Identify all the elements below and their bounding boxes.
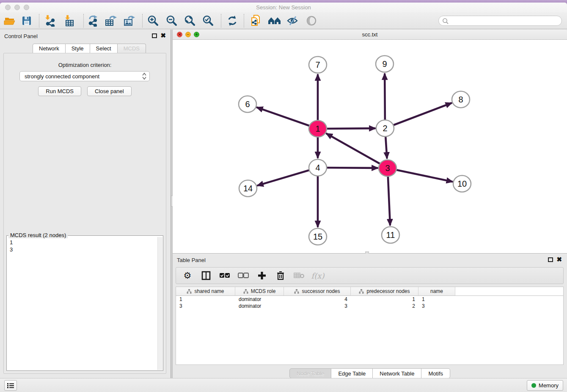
table-cell[interactable]: 3 xyxy=(284,303,351,309)
network-window-title: scc.txt xyxy=(173,31,567,38)
select-all-button[interactable] xyxy=(218,269,231,282)
column-header-label: MCDS role xyxy=(251,288,276,294)
search-input[interactable] xyxy=(451,17,561,25)
table-cell[interactable]: dominator xyxy=(235,296,284,303)
graph-node-label-3: 3 xyxy=(385,163,390,173)
table-float-icon[interactable] xyxy=(548,257,553,262)
session-window: Session: New Session xyxy=(0,3,567,392)
table-cell[interactable]: 3 xyxy=(418,303,455,309)
network-view-window: ✕ − + scc.txt 7968124314101511 xyxy=(173,30,567,254)
show-all-button[interactable] xyxy=(303,14,319,28)
tab-select[interactable]: Select xyxy=(90,44,118,53)
tab-motifs[interactable]: Motifs xyxy=(421,368,450,378)
zoom-out-button[interactable] xyxy=(164,14,180,28)
first-neighbors-button[interactable] xyxy=(267,14,283,28)
copy-network-icon xyxy=(250,14,262,27)
open-file-button[interactable] xyxy=(2,14,18,28)
table-cell[interactable]: dominator xyxy=(235,303,284,309)
table-panel-header: Table Panel ✖ xyxy=(173,254,567,265)
export-network-button[interactable] xyxy=(85,14,102,28)
table-cell[interactable]: 4 xyxy=(284,296,351,303)
column-header-3[interactable]: predecessor nodes xyxy=(351,287,418,295)
table-cell[interactable]: 3 xyxy=(176,303,235,309)
search-box[interactable] xyxy=(438,16,562,26)
column-header-2[interactable]: successor nodes xyxy=(284,287,351,295)
graph-node-label-6: 6 xyxy=(245,99,250,109)
toolbar-separator xyxy=(142,14,143,28)
column-type-icon xyxy=(187,289,192,294)
tab-mcds[interactable]: MCDS xyxy=(118,44,146,53)
table-cell[interactable]: 1 xyxy=(418,296,455,303)
close-panel-icon[interactable]: ✖ xyxy=(160,33,166,39)
mcds-result-line: 3 xyxy=(10,246,157,253)
eye-disabled-icon xyxy=(306,15,317,26)
table-panel-title: Table Panel xyxy=(177,257,206,263)
export-image-button[interactable] xyxy=(121,14,138,28)
save-session-button[interactable] xyxy=(19,14,35,28)
task-history-button[interactable] xyxy=(4,380,17,391)
table-row-0[interactable]: 1dominator411 xyxy=(176,296,563,303)
run-mcds-button[interactable]: Run MCDS xyxy=(38,86,81,96)
table-close-icon[interactable]: ✖ xyxy=(556,257,562,262)
unselect-all-button[interactable] xyxy=(237,269,250,282)
function-builder-button[interactable]: f(x) xyxy=(311,269,324,282)
import-table-icon xyxy=(63,15,76,27)
network-graph[interactable]: 7968124314101511 xyxy=(173,40,567,254)
delete-table-icon xyxy=(294,272,305,279)
control-panel-title: Control Panel xyxy=(4,33,38,39)
tab-style[interactable]: Style xyxy=(66,44,90,53)
table-cell[interactable]: 1 xyxy=(351,296,418,303)
graph-edge-1-6[interactable] xyxy=(257,108,318,129)
memory-button[interactable]: Memory xyxy=(527,380,563,391)
mcds-result-scrollbar[interactable] xyxy=(157,237,162,370)
copy-network-button[interactable] xyxy=(248,14,264,28)
show-columns-button[interactable] xyxy=(200,269,212,282)
unselect-all-icon xyxy=(238,273,249,279)
column-header-label: shared name xyxy=(194,288,224,294)
delete-table-button[interactable] xyxy=(293,269,306,282)
column-header-4[interactable]: name xyxy=(418,287,455,295)
status-bar: Memory xyxy=(0,378,567,392)
search-icon xyxy=(442,18,449,24)
zoom-in-icon xyxy=(147,15,159,27)
graph-edge-3-1[interactable] xyxy=(327,134,388,168)
refresh-button[interactable] xyxy=(224,14,240,28)
gear-icon: ⚙ xyxy=(184,271,192,280)
node-table[interactable]: shared nameMCDS rolesuccessor nodesprede… xyxy=(176,287,564,365)
graph-edge-3-10[interactable] xyxy=(388,168,452,182)
float-panel-icon[interactable] xyxy=(152,33,157,38)
export-image-icon xyxy=(123,15,136,27)
table-cell[interactable]: 1 xyxy=(176,296,235,303)
graph-edge-2-8[interactable] xyxy=(385,103,451,128)
table-cell[interactable]: 2 xyxy=(351,303,418,309)
network-window-titlebar: ✕ − + scc.txt xyxy=(173,30,567,40)
column-header-1[interactable]: MCDS role xyxy=(235,287,284,295)
network-canvas[interactable]: 7968124314101511 xyxy=(173,40,567,254)
import-table-button[interactable] xyxy=(61,14,77,28)
criterion-select[interactable]: strongly connected component xyxy=(19,71,150,81)
tab-node-table[interactable]: Node Table xyxy=(289,368,332,378)
zoom-selected-button[interactable] xyxy=(200,14,216,28)
table-row-1[interactable]: 3dominator323 xyxy=(176,303,563,309)
zoom-in-button[interactable] xyxy=(145,14,161,28)
export-table-button[interactable] xyxy=(103,14,119,28)
hide-selected-button[interactable] xyxy=(285,14,301,28)
column-type-icon xyxy=(294,289,299,294)
control-panel-tabs: Network Style Select MCDS xyxy=(33,44,146,53)
trash-icon xyxy=(276,271,285,280)
tab-network-table[interactable]: Network Table xyxy=(373,368,421,378)
mcds-result-text[interactable]: 1 3 xyxy=(7,237,157,370)
tab-network[interactable]: Network xyxy=(33,44,66,53)
add-column-button[interactable] xyxy=(256,269,268,282)
table-settings-button[interactable]: ⚙ xyxy=(181,269,194,282)
delete-column-button[interactable] xyxy=(274,269,287,282)
graph-node-label-14: 14 xyxy=(243,184,253,193)
import-network-button[interactable] xyxy=(42,14,58,28)
close-panel-button[interactable]: Close panel xyxy=(87,86,132,96)
export-table-icon xyxy=(104,15,118,27)
tab-edge-table[interactable]: Edge Table xyxy=(331,368,373,378)
mcds-result-box: MCDS result (2 nodes) 1 3 xyxy=(6,235,163,371)
right-column: ✕ − + scc.txt 7968124314101511 Table Pan… xyxy=(173,30,567,381)
column-header-0[interactable]: shared name xyxy=(176,287,235,295)
zoom-fit-button[interactable] xyxy=(182,14,198,28)
